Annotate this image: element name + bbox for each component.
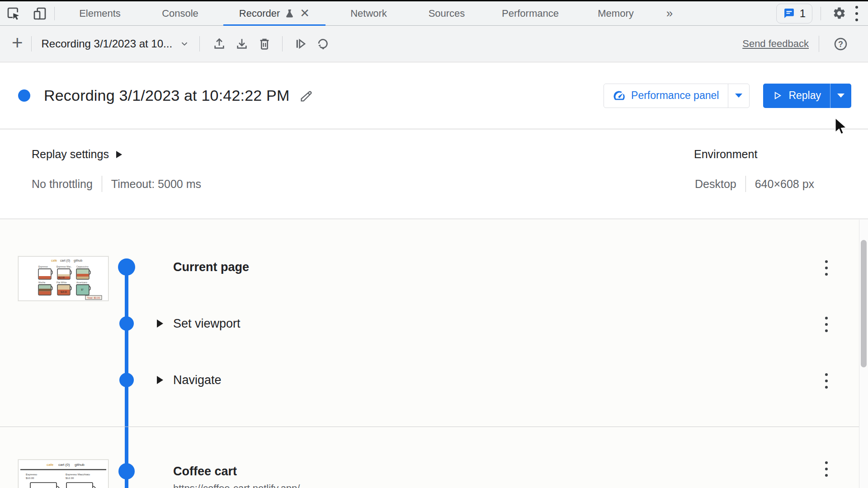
tab-network[interactable]: Network [329, 1, 408, 26]
expand-step-icon[interactable] [157, 376, 163, 384]
help-icon[interactable]: ? [829, 33, 852, 55]
toolbar-divider [199, 36, 200, 52]
replay-from-step-icon[interactable] [311, 33, 334, 55]
recorder-toolbar: + Recording 3/1/2023 at 10... [0, 26, 868, 62]
step-dot-set-viewport[interactable] [119, 316, 134, 331]
devtools-recorder-panel: Elements Console Recorder ✕ Network Sour… [0, 0, 868, 488]
step-menu-icon[interactable] [822, 371, 830, 391]
delete-recording-icon[interactable] [253, 33, 276, 55]
svg-text:$18.00: $18.00 [61, 291, 67, 293]
replay-settings-toggle[interactable]: Replay settings [32, 148, 122, 161]
issues-button[interactable]: 1 [776, 4, 812, 23]
step-set-viewport[interactable]: Set viewport [173, 317, 241, 331]
recording-select[interactable]: Recording 3/1/2023 at 10... [40, 35, 192, 53]
issues-count: 1 [800, 7, 806, 20]
step-by-step-replay-icon[interactable] [289, 33, 311, 55]
section-divider [0, 427, 859, 427]
performance-panel-main[interactable]: Performance panel [604, 84, 728, 108]
expand-step-icon[interactable] [157, 319, 163, 328]
scrollbar-thumb[interactable] [861, 240, 867, 367]
svg-text:cafe: cafe [47, 463, 54, 467]
header-actions: Performance panel Replay [604, 84, 851, 108]
play-icon [772, 90, 783, 101]
window-top-edge [0, 0, 868, 1]
replay-settings-section: Replay settings No throttling Timeout: 5… [0, 130, 868, 219]
devtools-tabbar: Elements Console Recorder ✕ Network Sour… [0, 1, 868, 26]
performance-panel-button[interactable]: Performance panel [604, 84, 750, 108]
step-menu-icon[interactable] [822, 459, 830, 479]
timeout-value: Timeout: 5000 ms [111, 178, 201, 191]
tab-sources[interactable]: Sources [408, 1, 485, 26]
tab-label: Performance [502, 8, 559, 19]
coffee-cart-thumbnail: cafe cart (0) github Espresso Espresso M… [18, 256, 108, 301]
svg-text:Mocha: Mocha [38, 281, 45, 284]
step-navigate[interactable]: Navigate [173, 373, 222, 387]
step-dot-current-page[interactable] [118, 258, 135, 276]
toolbar-divider [31, 36, 32, 52]
close-tab-icon[interactable]: ✕ [300, 7, 310, 19]
replay-settings-summary: No throttling Timeout: 5000 ms [32, 176, 201, 192]
tab-memory[interactable]: Memory [576, 1, 656, 26]
edit-title-button[interactable] [299, 89, 314, 103]
environment-viewport: 640×608 px [755, 178, 814, 191]
tab-performance[interactable]: Performance [485, 1, 576, 26]
more-tabs-icon[interactable]: » [656, 6, 683, 20]
step-dot-navigate[interactable] [119, 373, 134, 387]
svg-text:github: github [74, 259, 82, 263]
settings-gear-icon[interactable] [829, 4, 849, 23]
svg-text:Cappuccino: Cappuccino [76, 265, 89, 268]
send-feedback-link[interactable]: Send feedback [742, 38, 809, 50]
replay-dropdown[interactable] [830, 84, 851, 108]
export-recording-icon[interactable] [231, 33, 253, 55]
svg-text:cart (0): cart (0) [60, 259, 70, 263]
step-menu-icon[interactable] [822, 314, 830, 335]
caret-down-icon [735, 94, 742, 98]
device-toolbar-icon[interactable] [30, 4, 50, 23]
summary-divider [745, 176, 746, 192]
replay-label: Replay [788, 89, 821, 102]
svg-text:cafe: cafe [51, 259, 57, 262]
tab-label: Memory [598, 8, 633, 19]
inspect-element-icon[interactable] [4, 4, 24, 23]
svg-text:Espresso: Espresso [38, 265, 48, 268]
performance-panel-dropdown[interactable] [728, 84, 749, 108]
tabbar-divider [821, 7, 821, 20]
expand-triangle-icon [116, 151, 122, 158]
svg-text:Americano: Americano [76, 281, 87, 284]
tabbar-right-controls: 1 [776, 3, 868, 24]
tab-label: Console [162, 8, 198, 19]
caret-down-icon [837, 94, 844, 98]
environment-device: Desktop [695, 178, 736, 191]
step-menu-icon[interactable] [822, 258, 830, 278]
tab-label: Recorder [239, 8, 280, 19]
step-dot-coffee-cart[interactable] [118, 463, 135, 479]
replay-button-main[interactable]: Replay [763, 84, 830, 108]
svg-text:Espresso: Espresso [26, 473, 38, 476]
scrollbar[interactable] [859, 220, 868, 488]
recording-header: Recording 3/1/2023 at 10:42:22 PM Perfor… [0, 62, 868, 129]
svg-text:?: ? [838, 39, 843, 48]
svg-text:Total: $0.00: Total: $0.00 [87, 296, 100, 299]
chevron-down-icon [179, 39, 189, 49]
environment-label: Environment [694, 148, 757, 161]
replay-button[interactable]: Replay [763, 84, 851, 108]
coffee-cart-thumbnail: cafe cart (0) github Espresso $10.00 Esp… [18, 460, 108, 488]
issues-chat-icon [783, 8, 795, 19]
pencil-icon [299, 89, 314, 103]
flask-icon [284, 8, 295, 19]
toolbar-divider [819, 36, 819, 52]
svg-text:Espresso Macchiato: Espresso Macchiato [66, 473, 90, 476]
steps-list: cafe cart (0) github Espresso Espresso M… [0, 220, 868, 488]
import-recording-icon[interactable] [208, 33, 231, 55]
toolbar-right: Send feedback ? [742, 33, 856, 55]
tab-recorder[interactable]: Recorder ✕ [220, 1, 329, 26]
devtools-menu-icon[interactable] [853, 3, 861, 24]
tab-label: Network [350, 8, 387, 19]
tab-console[interactable]: Console [141, 1, 220, 26]
environment-summary: Desktop 640×608 px [695, 176, 814, 192]
toolbar-divider [282, 36, 283, 52]
tab-elements[interactable]: Elements [59, 1, 141, 26]
step-current-page[interactable]: Current page [173, 260, 249, 274]
add-recording-icon[interactable]: + [12, 33, 23, 52]
svg-text:$12.00: $12.00 [66, 477, 74, 479]
